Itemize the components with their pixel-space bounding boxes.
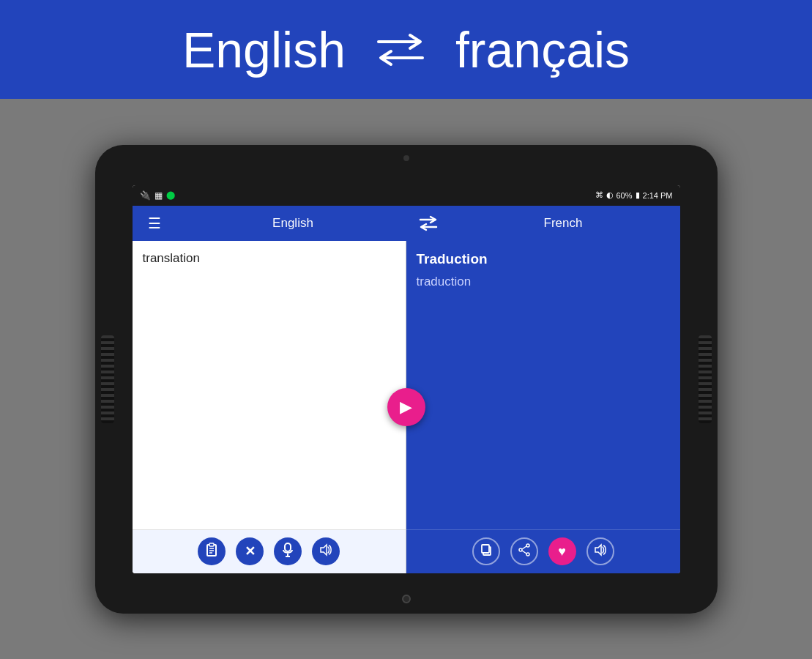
battery-level: 60% <box>617 191 633 200</box>
mic-button[interactable] <box>274 537 302 565</box>
svg-rect-9 <box>285 543 291 551</box>
battery-icon: ▮ <box>636 190 640 200</box>
output-text-secondary: traduction <box>417 275 670 289</box>
home-button[interactable] <box>402 595 411 603</box>
svg-marker-20 <box>595 545 601 555</box>
translate-fab-button[interactable]: ▶ <box>387 388 425 426</box>
speaker-icon-input <box>319 543 332 559</box>
svg-line-18 <box>522 546 526 549</box>
banner-source-lang: English <box>182 21 346 78</box>
share-icon <box>518 543 531 559</box>
status-right-icons: ⌘ ◐ 60% ▮ 2:14 PM <box>595 190 673 200</box>
copy-button[interactable] <box>472 537 500 565</box>
banner-swap-icon <box>375 31 426 68</box>
banner-target-lang: français <box>455 21 630 78</box>
svg-rect-14 <box>482 545 489 553</box>
tablet-device: 🔌 ▦ ⬤ ⌘ ◐ 60% ▮ 2:14 PM ☰ English <box>95 145 718 614</box>
svg-marker-12 <box>321 545 327 555</box>
status-left-icons: 🔌 ▦ ⬤ <box>140 190 175 201</box>
wifi-icon: ⌘ <box>595 190 603 200</box>
top-banner: English français <box>0 0 812 99</box>
speaker-button-input[interactable] <box>312 537 340 565</box>
clear-button[interactable]: ✕ <box>236 537 264 565</box>
svg-rect-5 <box>209 543 214 546</box>
speaker-button-output[interactable] <box>586 537 614 565</box>
copy-icon <box>480 543 493 559</box>
usb-icon: 🔌 <box>140 190 151 201</box>
output-action-buttons: ♥ <box>406 529 680 573</box>
menu-button[interactable]: ☰ <box>133 215 176 232</box>
output-panel: Traduction traduction <box>406 241 680 573</box>
gray-background: 🔌 ▦ ⬤ ⌘ ◐ 60% ▮ 2:14 PM ☰ English <box>0 99 812 659</box>
target-language-selector[interactable]: French <box>447 216 680 231</box>
share-button[interactable] <box>510 537 538 565</box>
output-text-main: Traduction <box>417 251 670 267</box>
translation-area: translation <box>133 241 680 573</box>
status-bar: 🔌 ▦ ⬤ ⌘ ◐ 60% ▮ 2:14 PM <box>133 185 680 206</box>
screen: 🔌 ▦ ⬤ ⌘ ◐ 60% ▮ 2:14 PM ☰ English <box>133 185 680 573</box>
app-toolbar: ☰ English French <box>133 206 680 241</box>
heart-icon: ♥ <box>558 544 566 559</box>
app-icon-green: ⬤ <box>166 190 175 200</box>
clipboard-button[interactable] <box>198 537 226 565</box>
svg-line-19 <box>522 551 526 554</box>
signal-icon: ◐ <box>606 190 614 200</box>
speaker-icon-output <box>594 543 607 559</box>
input-action-buttons: ✕ <box>133 529 406 573</box>
swap-languages-button[interactable] <box>410 215 447 231</box>
clipboard-icon <box>205 543 218 560</box>
camera <box>403 155 409 161</box>
favorite-button[interactable]: ♥ <box>548 537 576 565</box>
screenshot-icon: ▦ <box>154 190 163 201</box>
svg-point-15 <box>526 544 529 547</box>
input-panel: translation <box>133 241 406 573</box>
microphone-icon <box>282 543 294 560</box>
time-display: 2:14 PM <box>643 191 673 200</box>
svg-point-16 <box>519 548 522 551</box>
clear-icon: ✕ <box>245 543 256 559</box>
hamburger-icon: ☰ <box>148 215 161 232</box>
translate-fab-icon: ▶ <box>400 398 412 417</box>
input-text[interactable]: translation <box>133 241 406 529</box>
source-language-selector[interactable]: English <box>176 216 410 231</box>
svg-point-17 <box>526 553 529 556</box>
output-text-area: Traduction traduction <box>406 241 680 529</box>
